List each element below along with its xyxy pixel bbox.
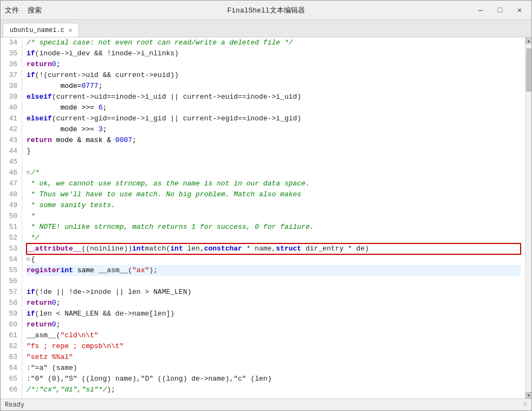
code-line: * NOTE! unlike strncmp, match returns 1 … — [27, 222, 521, 233]
line-number: 53 — [3, 243, 17, 254]
vertical-scrollbar[interactable]: ▲ ▼ — [525, 37, 531, 399]
line-number: 44 — [3, 146, 17, 157]
line-number: 60 — [3, 319, 17, 330]
code-line: if (len < NAME_LEN && de->name[len]) — [27, 309, 521, 319]
scroll-thumb[interactable] — [526, 48, 531, 92]
code-line — [27, 276, 521, 287]
code-line: * — [27, 211, 521, 222]
line-number: 54 — [3, 254, 17, 265]
line-number: 35 — [3, 48, 17, 59]
line-number: 58 — [3, 298, 17, 309]
code-line: ⊟/* — [27, 168, 521, 178]
code-line: /* special case: not even root can read/… — [27, 37, 521, 48]
line-number: 50 — [3, 211, 17, 222]
line-number: 49 — [3, 200, 17, 211]
code-line: else if (current->gid==inode->i_gid || c… — [27, 113, 521, 124]
menu-file[interactable]: 文件 — [5, 5, 19, 15]
tab-close-icon[interactable]: ✕ — [69, 27, 73, 34]
code-line: ⊟{ — [27, 254, 521, 265]
line-numbers-panel: 3435363738394041424344454647484950515253… — [1, 37, 22, 399]
line-number: 36 — [3, 59, 17, 70]
code-line: mode=0777; — [27, 81, 521, 92]
line-number: 59 — [3, 309, 17, 319]
scroll-down-arrow[interactable]: ▼ — [525, 392, 531, 399]
line-number: 46 — [3, 168, 17, 178]
menu-search[interactable]: 搜索 — [28, 5, 42, 15]
window-controls: — □ ✕ — [473, 3, 527, 18]
line-number: 56 — [3, 276, 17, 287]
tab-ubuntu-namei[interactable]: ubuntu_namei.c ✕ — [3, 23, 79, 37]
close-button[interactable]: ✕ — [512, 3, 527, 18]
editor-area: 3435363738394041424344454647484950515253… — [1, 37, 531, 399]
code-line: if (inode->i_dev && !inode->i_nlinks) — [27, 48, 521, 59]
code-line: else if (current->uid==inode->i_uid || c… — [27, 92, 521, 102]
line-number: 57 — [3, 287, 17, 298]
line-number: 52 — [3, 233, 17, 243]
line-number: 63 — [3, 352, 17, 363]
line-number: 39 — [3, 92, 17, 102]
title-bar: 文件 搜索 FinalShell文本编辑器 — □ ✕ — [1, 1, 531, 20]
line-number: 65 — [3, 374, 17, 384]
code-line: :"0" (0),"S" ((long) name),"D" ((long) d… — [27, 374, 521, 384]
code-line: } — [27, 146, 521, 157]
code-line — [27, 157, 521, 168]
code-line: return mode & mask & 0007; — [27, 135, 521, 146]
line-number: 40 — [3, 102, 17, 113]
code-line: return 0; — [27, 298, 521, 309]
code-line: if (!de || !de->inode || len > NAME_LEN) — [27, 287, 521, 298]
code-line: :"=a" (same) — [27, 363, 521, 374]
code-line: if (!(current->uid && current->euid)) — [27, 70, 521, 81]
scroll-up-arrow[interactable]: ▲ — [525, 37, 531, 44]
code-panel[interactable]: /* special case: not even root can read/… — [22, 37, 525, 399]
menu-bar: 文件 搜索 — [5, 5, 42, 15]
code-line: "fs ; repe ; cmpsb\n\t" — [27, 341, 521, 352]
code-line: mode >>= 6; — [27, 102, 521, 113]
code-line: */ — [27, 233, 521, 243]
line-number: 47 — [3, 178, 17, 189]
app-title: FinalShell文本编辑器 — [227, 5, 304, 15]
code-line: * Thus we'll have to use match. No big p… — [27, 189, 521, 200]
line-number: 37 — [3, 70, 17, 81]
code-line: * ok, we cannot use strncmp, as the name… — [27, 178, 521, 189]
line-number: 45 — [3, 157, 17, 168]
line-number: 34 — [3, 37, 17, 48]
line-number: 62 — [3, 341, 17, 352]
line-number: 64 — [3, 363, 17, 374]
code-line: "setz %%al" — [27, 352, 521, 363]
maximize-button[interactable]: □ — [492, 3, 508, 18]
resize-handle[interactable]: ⠿ — [523, 402, 527, 408]
code-line: __attribute__((noinline)) int match(int … — [27, 243, 521, 254]
line-number: 38 — [3, 81, 17, 92]
line-number: 41 — [3, 113, 17, 124]
code-line: __asm__("cld\n\t" — [27, 330, 521, 341]
tab-label: ubuntu_namei.c — [10, 27, 64, 34]
line-number: 43 — [3, 135, 17, 146]
code-line: mode >>= 3; — [27, 124, 521, 135]
tab-bar: ubuntu_namei.c ✕ — [1, 20, 531, 37]
code-line: return 0; — [27, 59, 521, 70]
line-number: 61 — [3, 330, 17, 341]
line-number: 42 — [3, 124, 17, 135]
line-number: 51 — [3, 222, 17, 233]
line-number: 66 — [3, 384, 17, 395]
code-line: return 0; — [27, 319, 521, 330]
status-bar: Ready ⠿ — [1, 399, 531, 410]
code-line: register int same __asm__("ax"); — [27, 265, 521, 276]
line-number: 48 — [3, 189, 17, 200]
code-line: * some sanity tests. — [27, 200, 521, 211]
minimize-button[interactable]: — — [473, 3, 488, 18]
status-text: Ready — [5, 401, 24, 409]
line-number: 55 — [3, 265, 17, 276]
code-line: /*:"cx","di","si"*/); — [27, 384, 521, 395]
code-content: /* special case: not even root can read/… — [22, 37, 525, 395]
